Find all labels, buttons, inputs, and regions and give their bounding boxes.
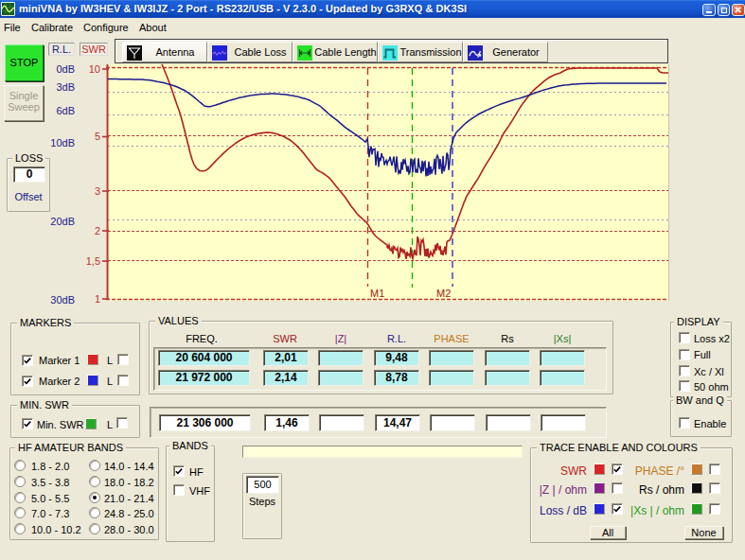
- svg-text:M2: M2: [436, 288, 451, 299]
- svg-text:M1: M1: [370, 288, 384, 299]
